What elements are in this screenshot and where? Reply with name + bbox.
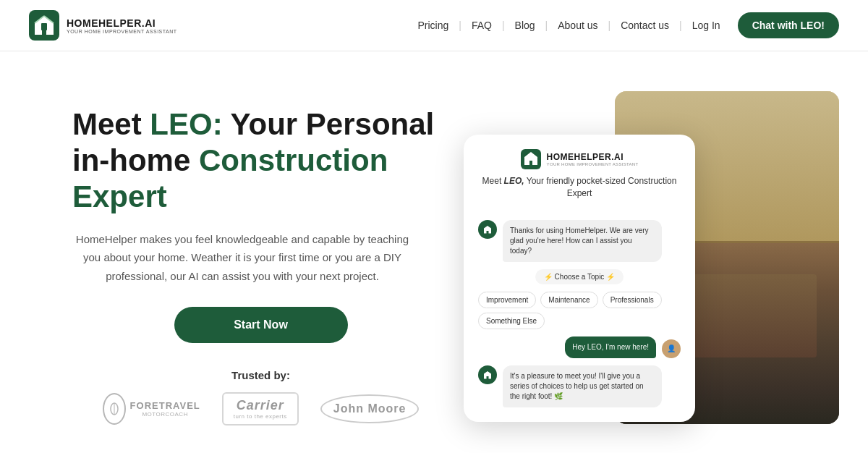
foretravel-name: FORETRAVEL [130, 400, 200, 412]
foretravel-sub: MOTORCOACH [130, 411, 200, 418]
hero-title-leo: LEO: [150, 107, 222, 141]
chat-option-improvement[interactable]: Improvement [478, 292, 536, 308]
hero-title-prefix: Meet [72, 107, 150, 141]
nav-chat-cta[interactable]: Chat with LEO! [738, 12, 839, 38]
chat-bubble-2: It's a pleasure to meet you! I'll give y… [503, 365, 662, 407]
chat-logo-title: HOMEHELPER.AI [547, 152, 639, 162]
chat-bot-avatar [478, 220, 497, 239]
foretravel-oval [103, 393, 126, 425]
johnmoore-name: John Moore [333, 402, 407, 415]
logo-title: HOMEHELPER.AI [67, 17, 177, 29]
nav-pricing[interactable]: Pricing [412, 17, 454, 34]
logo[interactable]: HOMEHELPER.AI YOUR HOME IMPROVEMENT ASSI… [29, 10, 177, 41]
carrier-name: Carrier [237, 398, 284, 412]
hero-left: Meet LEO: Your Personal in-home Construc… [72, 106, 478, 424]
trusted-logos: FORETRAVEL MOTORCOACH Carrier turn to th… [72, 394, 449, 423]
main-content: Meet LEO: Your Personal in-home Construc… [0, 51, 868, 453]
chat-option-maintenance[interactable]: Maintenance [540, 292, 597, 308]
nav-contact[interactable]: Contact us [615, 17, 675, 34]
nav-divider-2: | [502, 20, 505, 31]
hero-description: HomeHelper makes you feel knowledgeable … [72, 230, 412, 286]
trusted-section: Trusted by: FORETRAVEL MOTORCOACH [72, 369, 449, 423]
chat-mockup: HOMEHELPER.AI YOUR HOME IMPROVEMENT ASSI… [464, 135, 695, 422]
chat-tagline: Meet LEO, Your friendly pocket-sized Con… [478, 175, 681, 200]
start-now-button[interactable]: Start Now [174, 307, 348, 343]
nav-divider-1: | [459, 20, 461, 31]
chat-message-bot-2: It's a pleasure to meet you! I'll give y… [478, 365, 681, 407]
chat-logo-icon [521, 149, 541, 169]
chat-message-bot-1: Thanks for using HomeHelper. We are very… [478, 220, 681, 262]
chat-message-user: Hey LEO, I'm new here! 👤 [478, 336, 681, 358]
hero-right: HOMEHELPER.AI YOUR HOME IMPROVEMENT ASSI… [478, 91, 810, 439]
chat-bot-avatar-2 [478, 365, 497, 384]
logo-subtitle: YOUR HOME IMPROVEMENT ASSISTANT [67, 29, 177, 34]
chat-option-something-else[interactable]: Something Else [478, 313, 545, 329]
chat-topic-chip[interactable]: ⚡ Choose a Topic ⚡ [535, 269, 624, 284]
carrier-tagline: turn to the experts [234, 413, 287, 420]
chat-mockup-header: HOMEHELPER.AI YOUR HOME IMPROVEMENT ASSI… [478, 149, 681, 210]
nav-divider-3: | [545, 20, 548, 31]
chat-topic-row: ⚡ Choose a Topic ⚡ [478, 269, 681, 284]
nav-divider-5: | [679, 20, 682, 31]
johnmoore-logo: John Moore [320, 394, 420, 423]
trusted-label: Trusted by: [72, 369, 449, 381]
logo-icon [29, 10, 59, 41]
chat-logo-subtitle: YOUR HOME IMPROVEMENT ASSISTANT [547, 162, 639, 166]
nav-blog[interactable]: Blog [509, 17, 541, 34]
foretravel-logo: FORETRAVEL MOTORCOACH [103, 394, 200, 423]
nav-faq[interactable]: FAQ [466, 17, 498, 34]
chat-user-avatar: 👤 [662, 339, 681, 358]
header: HOMEHELPER.AI YOUR HOME IMPROVEMENT ASSI… [0, 0, 868, 51]
chat-messages: Thanks for using HomeHelper. We are very… [478, 220, 681, 407]
logo-text: HOMEHELPER.AI YOUR HOME IMPROVEMENT ASSI… [67, 17, 177, 34]
hero-title: Meet LEO: Your Personal in-home Construc… [72, 106, 449, 216]
nav-divider-4: | [608, 20, 611, 31]
chat-option-professionals[interactable]: Professionals [603, 292, 662, 308]
svg-rect-1 [41, 23, 47, 30]
chat-options-row: Improvement Maintenance Professionals So… [478, 292, 681, 329]
nav-about[interactable]: About us [552, 17, 603, 34]
chat-bubble-1: Thanks for using HomeHelper. We are very… [503, 220, 662, 262]
nav-login[interactable]: Log In [686, 17, 726, 34]
main-nav: Pricing | FAQ | Blog | About us | Contac… [412, 12, 839, 38]
chat-bubble-user: Hey LEO, I'm new here! [565, 336, 656, 358]
carrier-logo: Carrier turn to the experts [222, 394, 299, 423]
